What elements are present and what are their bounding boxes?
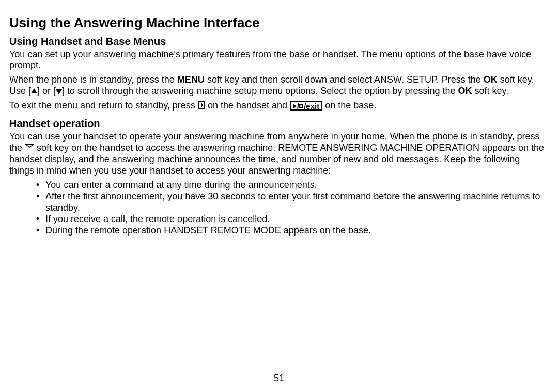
play-stop-exit-icon: //exit xyxy=(290,101,322,111)
exit-label: exit xyxy=(306,102,319,111)
text-run: on the base. xyxy=(322,100,376,111)
list-item: If you receive a call, the remote operat… xyxy=(38,214,546,225)
text-run: soft key. xyxy=(472,86,508,96)
text-run: on the handset and xyxy=(205,100,290,111)
paragraph: You can set up your answering machine's … xyxy=(9,49,546,72)
paragraph: When the phone is in standby, press the … xyxy=(9,74,546,97)
text-run: When the phone is in standby, press the xyxy=(9,74,177,85)
section-heading-menus: Using Handset and Base Menus xyxy=(9,35,546,48)
list-item: During the remote operation HANDSET REMO… xyxy=(38,225,546,237)
end-call-icon xyxy=(198,101,205,109)
page-title: Using the Answering Machine Interface xyxy=(9,14,546,32)
down-arrow-icon xyxy=(56,89,62,95)
text-run: soft key on the handset to access the an… xyxy=(9,143,544,176)
text-run: ] or [ xyxy=(37,86,56,96)
paragraph: To exit the menu and return to standby, … xyxy=(9,100,546,112)
section-heading-handset: Handset operation xyxy=(9,117,546,130)
list-item: You can enter a command at any time duri… xyxy=(38,180,546,191)
document-page: Using the Answering Machine Interface Us… xyxy=(0,0,558,392)
list-item: After the first announcement, you have 3… xyxy=(38,191,546,214)
bullet-list: You can enter a command at any time duri… xyxy=(9,180,546,237)
play-icon xyxy=(293,104,297,109)
ok-key-label: OK xyxy=(484,74,498,85)
paragraph: You can use your handset to operate your… xyxy=(9,131,546,177)
text-run: ] to scroll through the answering machin… xyxy=(62,86,458,96)
text-run: soft key and then scroll down and select… xyxy=(205,74,484,85)
page-number: 51 xyxy=(0,373,558,384)
stop-icon xyxy=(299,104,303,108)
up-arrow-icon xyxy=(31,88,37,93)
envelope-icon xyxy=(25,144,34,150)
text-run: To exit the menu and return to standby, … xyxy=(9,100,198,111)
ok-key-label: OK xyxy=(458,86,472,96)
menu-key-label: MENU xyxy=(177,74,205,85)
